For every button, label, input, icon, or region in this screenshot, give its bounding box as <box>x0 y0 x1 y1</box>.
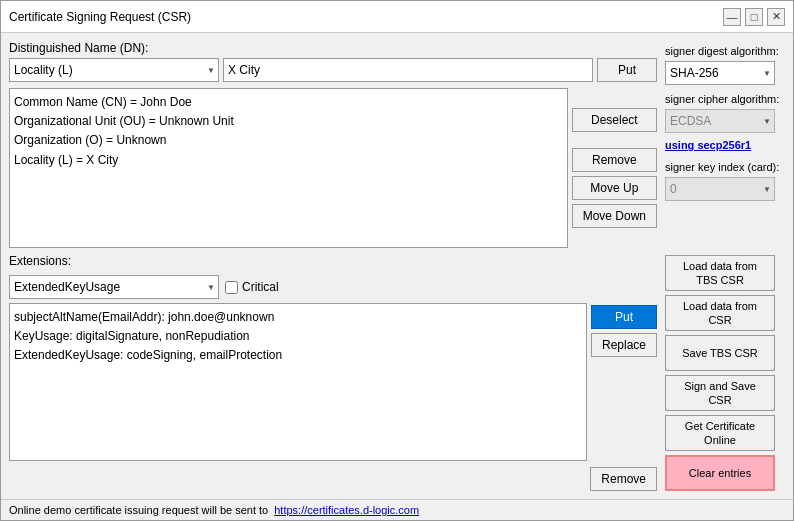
ext-entries-area: subjectAltName(EmailAddr): john.doe@unkn… <box>9 303 587 461</box>
window-controls: — □ ✕ <box>723 8 785 26</box>
maximize-button[interactable]: □ <box>745 8 763 26</box>
status-bar: Online demo certificate issuing request … <box>1 499 793 520</box>
sign-save-button[interactable]: Sign and Save CSR <box>665 375 775 411</box>
right-panel: signer digest algorithm: SHA-256 SHA-384… <box>665 41 785 491</box>
extensions-section: Extensions: ExtendedKeyUsage SubjectAltN… <box>9 254 657 491</box>
dn-value-input[interactable] <box>223 58 593 82</box>
signer-cipher-label: signer cipher algorithm: <box>665 93 785 105</box>
status-link[interactable]: https://certificates.d-logic.com <box>274 504 419 516</box>
dn-entry: Organizational Unit (OU) = Unknown Unit <box>14 112 563 131</box>
dn-entry: Common Name (CN) = John Doe <box>14 93 563 112</box>
ext-area-wrapper: subjectAltName(EmailAddr): john.doe@unkn… <box>9 303 657 461</box>
critical-label: Critical <box>242 280 279 294</box>
ext-replace-button[interactable]: Replace <box>591 333 657 357</box>
signer-cipher-select-wrapper: ECDSA RSA <box>665 109 775 133</box>
ext-entry: KeyUsage: digitalSignature, nonRepudiati… <box>14 327 582 346</box>
load-csr-button[interactable]: Load data from CSR <box>665 295 775 331</box>
left-panel: Distinguished Name (DN): Locality (L) Co… <box>9 41 657 491</box>
dn-section: Distinguished Name (DN): Locality (L) Co… <box>9 41 657 82</box>
load-tbs-csr-button[interactable]: Load data from TBS CSR <box>665 255 775 291</box>
critical-checkbox[interactable] <box>225 281 238 294</box>
dn-row: Locality (L) Common Name (CN) Organizati… <box>9 58 657 82</box>
extensions-label: Extensions: <box>9 254 657 268</box>
move-up-button[interactable]: Move Up <box>572 176 657 200</box>
ext-row: ExtendedKeyUsage SubjectAltName KeyUsage… <box>9 275 657 299</box>
clear-entries-button[interactable]: Clear entries <box>665 455 775 491</box>
separator <box>572 136 657 144</box>
ext-entry: subjectAltName(EmailAddr): john.doe@unkn… <box>14 308 582 327</box>
dn-entries-area: Common Name (CN) = John Doe Organization… <box>9 88 568 248</box>
using-link[interactable]: using secp256r1 <box>665 137 785 153</box>
minimize-button[interactable]: — <box>723 8 741 26</box>
signer-key-select[interactable]: 0 1 2 <box>665 177 775 201</box>
dn-entry: Locality (L) = X City <box>14 151 563 170</box>
deselect-button[interactable]: Deselect <box>572 108 657 132</box>
window-title: Certificate Signing Request (CSR) <box>9 10 191 24</box>
ext-entry: ExtendedKeyUsage: codeSigning, emailProt… <box>14 346 582 365</box>
ext-select[interactable]: ExtendedKeyUsage SubjectAltName KeyUsage… <box>9 275 219 299</box>
main-content: Distinguished Name (DN): Locality (L) Co… <box>1 33 793 499</box>
dn-buttons: Deselect Remove Move Up Move Down <box>572 88 657 248</box>
dn-select-wrapper: Locality (L) Common Name (CN) Organizati… <box>9 58 219 82</box>
signer-key-select-wrapper: 0 1 2 <box>665 177 775 201</box>
dn-label: Distinguished Name (DN): <box>9 41 657 55</box>
save-tbs-button[interactable]: Save TBS CSR <box>665 335 775 371</box>
ext-buttons: Put Replace <box>591 303 657 461</box>
ext-select-wrapper: ExtendedKeyUsage SubjectAltName KeyUsage… <box>9 275 219 299</box>
signer-digest-select[interactable]: SHA-256 SHA-384 SHA-512 <box>665 61 775 85</box>
get-cert-button[interactable]: Get Certificate Online <box>665 415 775 451</box>
signer-digest-label: signer digest algorithm: <box>665 45 785 57</box>
ext-remove-button[interactable]: Remove <box>590 467 657 491</box>
dn-entry: Organization (O) = Unknown <box>14 131 563 150</box>
close-button[interactable]: ✕ <box>767 8 785 26</box>
ext-put-button[interactable]: Put <box>591 305 657 329</box>
main-window: Certificate Signing Request (CSR) — □ ✕ … <box>0 0 794 521</box>
critical-check: Critical <box>225 280 279 294</box>
dn-remove-button[interactable]: Remove <box>572 148 657 172</box>
dn-put-button[interactable]: Put <box>597 58 657 82</box>
status-text: Online demo certificate issuing request … <box>9 504 268 516</box>
dn-area-wrapper: Common Name (CN) = John Doe Organization… <box>9 88 657 248</box>
signer-key-label: signer key index (card): <box>665 161 785 173</box>
move-down-button[interactable]: Move Down <box>572 204 657 228</box>
signer-cipher-select[interactable]: ECDSA RSA <box>665 109 775 133</box>
title-bar: Certificate Signing Request (CSR) — □ ✕ <box>1 1 793 33</box>
signer-digest-select-wrapper: SHA-256 SHA-384 SHA-512 <box>665 61 775 85</box>
dn-select[interactable]: Locality (L) Common Name (CN) Organizati… <box>9 58 219 82</box>
